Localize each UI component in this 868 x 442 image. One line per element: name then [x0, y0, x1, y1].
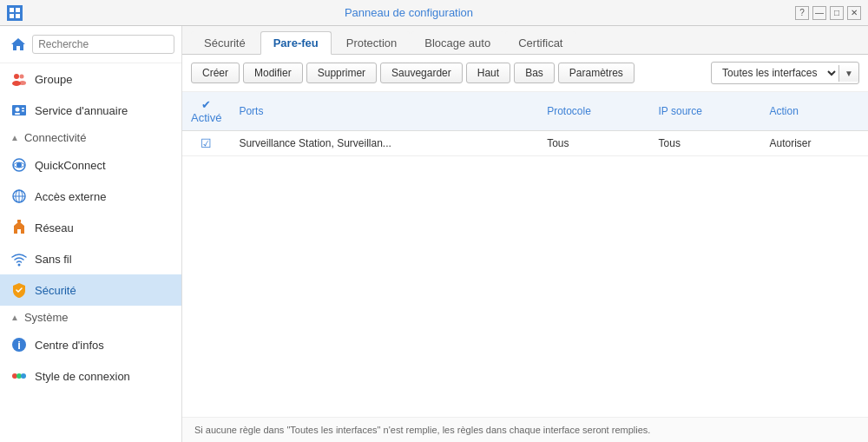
app-icon: [7, 5, 23, 21]
sidebar-label-reseau: Réseau: [35, 221, 74, 234]
sidebar-label-quickconnect: QuickConnect: [35, 159, 106, 172]
section-systeme[interactable]: ▲ Système: [0, 306, 181, 329]
sidebar-label-style-connexion: Style de connexion: [35, 370, 130, 383]
svg-marker-4: [11, 38, 25, 50]
table-body: ☑ Surveillance Station, Surveillan... To…: [182, 131, 868, 156]
quickconnect-icon: [10, 156, 28, 174]
modifier-button[interactable]: Modifier: [243, 63, 303, 83]
interface-select[interactable]: Toutes les interfaces: [712, 63, 838, 83]
select-arrow-icon: ▼: [838, 65, 858, 82]
titlebar: Panneau de configuration ? — □ ✕: [0, 0, 868, 26]
row-protocole-cell: Tous: [538, 131, 649, 156]
tab-blocage-auto[interactable]: Blocage auto: [411, 31, 503, 54]
parametres-button[interactable]: Paramètres: [558, 63, 635, 83]
external-icon: [10, 188, 28, 205]
col-active: ✔ Activé: [182, 92, 230, 131]
sidebar-item-securite[interactable]: Sécurité: [0, 274, 181, 306]
sidebar-label-centre-infos: Centre d'infos: [35, 339, 104, 352]
minimize-button[interactable]: —: [812, 6, 826, 20]
network-icon: [10, 219, 28, 236]
svg-rect-11: [15, 113, 20, 115]
col-ip-source: IP source: [650, 92, 761, 131]
row-active-cell: ☑: [182, 131, 230, 156]
svg-rect-12: [22, 108, 24, 109]
sidebar-item-centre-infos[interactable]: i Centre d'infos: [0, 329, 181, 360]
creer-button[interactable]: Créer: [191, 63, 240, 83]
sidebar-item-reseau[interactable]: Réseau: [0, 212, 181, 243]
window-controls: ? — □ ✕: [795, 6, 861, 20]
supprimer-button[interactable]: Supprimer: [306, 63, 377, 83]
row-ip-source-cell: Tous: [650, 131, 761, 156]
table-header: ✔ Activé Ports Protocole IP source Actio…: [182, 92, 868, 131]
sidebar-item-style-connexion[interactable]: Style de connexion: [0, 360, 181, 392]
sauvegarder-button[interactable]: Sauvegarder: [380, 63, 463, 83]
maximize-button[interactable]: □: [830, 6, 844, 20]
main-layout: Groupe Service d'annuaire ▲ Connectivité…: [0, 26, 868, 442]
svg-point-8: [19, 81, 26, 85]
sidebar: Groupe Service d'annuaire ▲ Connectivité…: [0, 26, 182, 442]
sidebar-label-annuaire: Service d'annuaire: [35, 104, 128, 117]
home-icon: [10, 36, 26, 52]
sidebar-item-groupe[interactable]: Groupe: [0, 63, 181, 95]
close-button[interactable]: ✕: [847, 6, 861, 20]
svg-point-15: [16, 162, 22, 168]
active-checkbox-icon: ☑: [201, 136, 212, 150]
table-row[interactable]: ☑ Surveillance Station, Surveillan... To…: [182, 131, 868, 156]
content-area: Sécurité Pare-feu Protection Blocage aut…: [182, 26, 868, 442]
tab-bar: Sécurité Pare-feu Protection Blocage aut…: [182, 26, 868, 55]
col-ports: Ports: [230, 92, 538, 131]
sidebar-label-groupe: Groupe: [35, 73, 72, 86]
svg-rect-2: [10, 14, 14, 18]
bas-button[interactable]: Bas: [514, 63, 555, 83]
info-icon: i: [10, 336, 28, 353]
search-input[interactable]: [32, 35, 174, 54]
collapse-arrow-systeme: ▲: [10, 313, 19, 322]
search-area: [0, 26, 181, 63]
section-label-connectivite: Connectivité: [24, 131, 87, 144]
tab-protection[interactable]: Protection: [333, 31, 411, 54]
row-ports-cell: Surveillance Station, Surveillan...: [230, 131, 538, 156]
security-icon: [10, 281, 28, 299]
svg-point-10: [16, 108, 20, 112]
titlebar-left: [7, 5, 23, 21]
sidebar-label-acces-externe: Accès externe: [35, 190, 106, 203]
sidebar-item-annuaire[interactable]: Service d'annuaire: [0, 95, 181, 126]
col-active-label: ✔ Activé: [191, 98, 221, 124]
svg-rect-13: [22, 110, 24, 112]
collapse-arrow-connectivite: ▲: [10, 133, 19, 142]
sidebar-label-sans-fil: Sans fil: [35, 253, 72, 266]
window-title: Panneau de configuration: [23, 6, 795, 19]
group-icon: [10, 70, 28, 88]
haut-button[interactable]: Haut: [466, 63, 510, 83]
col-action: Action: [760, 92, 868, 131]
help-button[interactable]: ?: [795, 6, 809, 20]
directory-icon: [10, 102, 28, 119]
sidebar-label-securite: Sécurité: [35, 284, 76, 297]
footer-note: Si aucune règle dans "Toutes les interfa…: [182, 417, 868, 442]
section-connectivite[interactable]: ▲ Connectivité: [0, 126, 181, 149]
tab-pare-feu[interactable]: Pare-feu: [260, 31, 332, 55]
col-protocole: Protocole: [538, 92, 649, 131]
toolbar: Créer Modifier Supprimer Sauvegarder Hau…: [182, 55, 868, 92]
interface-select-wrapper[interactable]: Toutes les interfaces ▼: [711, 62, 859, 84]
svg-text:i: i: [17, 339, 21, 352]
svg-rect-0: [10, 8, 14, 12]
row-action-cell: Autoriser: [760, 131, 868, 156]
tab-certificat[interactable]: Certificat: [505, 31, 575, 54]
svg-point-6: [20, 75, 24, 79]
sidebar-item-acces-externe[interactable]: Accès externe: [0, 181, 181, 212]
wifi-icon: [10, 250, 28, 267]
home-button[interactable]: [7, 31, 29, 57]
svg-point-24: [21, 373, 26, 379]
style-icon: [10, 367, 28, 385]
firewall-table: ✔ Activé Ports Protocole IP source Actio…: [182, 92, 868, 417]
svg-point-19: [18, 264, 21, 267]
sidebar-item-quickconnect[interactable]: QuickConnect: [0, 149, 181, 181]
sidebar-item-sans-fil[interactable]: Sans fil: [0, 243, 181, 274]
svg-rect-18: [17, 220, 21, 222]
rules-table: ✔ Activé Ports Protocole IP source Actio…: [182, 92, 868, 156]
svg-point-5: [14, 74, 19, 79]
tab-securite[interactable]: Sécurité: [191, 31, 259, 54]
svg-rect-1: [16, 8, 20, 12]
section-label-systeme: Système: [24, 311, 69, 324]
